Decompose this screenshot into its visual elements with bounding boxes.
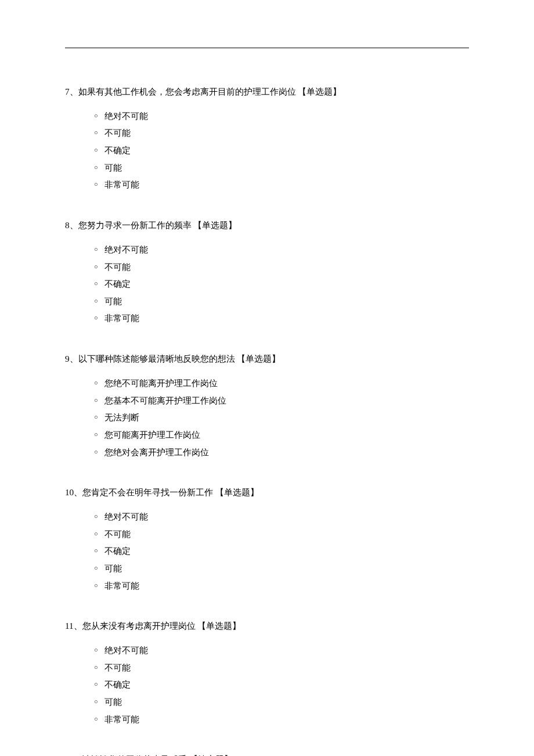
- question-text: 以下哪种陈述能够最清晰地反映您的想法: [78, 354, 235, 363]
- option-item[interactable]: 不可能: [94, 124, 469, 142]
- option-item[interactable]: 您绝对会离开护理工作岗位: [94, 444, 469, 461]
- option-item[interactable]: 不确定: [94, 542, 469, 560]
- question-separator: 、: [70, 87, 78, 96]
- option-item[interactable]: 不确定: [94, 142, 469, 159]
- options-list: 绝对不可能不可能不确定可能非常可能: [65, 642, 469, 728]
- question-title: 8、您努力寻求一份新工作的频率 【单选题】: [65, 218, 469, 233]
- question-text: 您努力寻求一份新工作的频率: [78, 220, 192, 230]
- question-type: 【单选题】: [298, 87, 341, 96]
- question-separator: 、: [74, 487, 82, 497]
- question-type: 【单选题】: [215, 487, 259, 497]
- question-title: 11、您从来没有考虑离开护理岗位 【单选题】: [65, 618, 469, 633]
- questions-list: 7、如果有其他工作机会，您会考虑离开目前的护理工作岗位 【单选题】绝对不可能不可…: [65, 84, 469, 756]
- option-item[interactable]: 您基本不可能离开护理工作岗位: [94, 392, 469, 409]
- option-item[interactable]: 可能: [94, 693, 469, 711]
- option-item[interactable]: 您可能离开护理工作岗位: [94, 426, 469, 444]
- option-item[interactable]: 非常可能: [94, 711, 469, 728]
- question-separator: 、: [70, 220, 78, 230]
- option-item[interactable]: 不可能: [94, 258, 469, 276]
- option-item[interactable]: 无法判断: [94, 409, 469, 426]
- question-number: 8: [65, 220, 70, 230]
- question-9: 9、以下哪种陈述能够最清晰地反映您的想法 【单选题】您绝不可能离开护理工作岗位您…: [65, 351, 469, 460]
- option-item[interactable]: 非常可能: [94, 577, 469, 595]
- options-list: 绝对不可能不可能不确定可能非常可能: [65, 241, 469, 327]
- question-separator: 、: [74, 621, 82, 631]
- question-separator: 、: [70, 354, 78, 363]
- option-item[interactable]: 您绝不可能离开护理工作岗位: [94, 375, 469, 392]
- question-type: 【单选题】: [197, 621, 241, 631]
- option-item[interactable]: 绝对不可能: [94, 642, 469, 659]
- question-text: 您肯定不会在明年寻找一份新工作: [82, 487, 213, 497]
- question-number: 11: [65, 621, 74, 631]
- option-item[interactable]: 绝对不可能: [94, 107, 469, 125]
- question-11: 11、您从来没有考虑离开护理岗位 【单选题】绝对不可能不可能不确定可能非常可能: [65, 618, 469, 728]
- question-title: 12、请谈谈您的工作状态及感受 【填空题】: [65, 752, 469, 756]
- question-title: 10、您肯定不会在明年寻找一份新工作 【单选题】: [65, 485, 469, 500]
- question-8: 8、您努力寻求一份新工作的频率 【单选题】绝对不可能不可能不确定可能非常可能: [65, 218, 469, 327]
- question-number: 7: [65, 87, 70, 96]
- question-12: 12、请谈谈您的工作状态及感受 【填空题】: [65, 752, 469, 756]
- question-10: 10、您肯定不会在明年寻找一份新工作 【单选题】绝对不可能不可能不确定可能非常可…: [65, 485, 469, 594]
- option-item[interactable]: 绝对不可能: [94, 241, 469, 258]
- option-item[interactable]: 非常可能: [94, 176, 469, 193]
- question-type: 【单选题】: [237, 354, 280, 363]
- header-divider: [65, 48, 469, 48]
- question-title: 9、以下哪种陈述能够最清晰地反映您的想法 【单选题】: [65, 351, 469, 366]
- option-item[interactable]: 不确定: [94, 275, 469, 293]
- options-list: 您绝不可能离开护理工作岗位您基本不可能离开护理工作岗位无法判断您可能离开护理工作…: [65, 375, 469, 460]
- question-text: 如果有其他工作机会，您会考虑离开目前的护理工作岗位: [78, 87, 296, 96]
- option-item[interactable]: 绝对不可能: [94, 508, 469, 525]
- option-item[interactable]: 可能: [94, 293, 469, 310]
- option-item[interactable]: 可能: [94, 159, 469, 177]
- question-7: 7、如果有其他工作机会，您会考虑离开目前的护理工作岗位 【单选题】绝对不可能不可…: [65, 84, 469, 193]
- question-type: 【单选题】: [193, 220, 237, 230]
- options-list: 绝对不可能不可能不确定可能非常可能: [65, 508, 469, 594]
- option-item[interactable]: 不可能: [94, 525, 469, 543]
- option-item[interactable]: 非常可能: [94, 309, 469, 327]
- question-title: 7、如果有其他工作机会，您会考虑离开目前的护理工作岗位 【单选题】: [65, 84, 469, 99]
- options-list: 绝对不可能不可能不确定可能非常可能: [65, 107, 469, 193]
- option-item[interactable]: 不可能: [94, 659, 469, 676]
- question-text: 您从来没有考虑离开护理岗位: [82, 621, 196, 631]
- question-number: 9: [65, 354, 70, 363]
- question-number: 10: [65, 487, 74, 497]
- option-item[interactable]: 可能: [94, 560, 469, 577]
- option-item[interactable]: 不确定: [94, 676, 469, 693]
